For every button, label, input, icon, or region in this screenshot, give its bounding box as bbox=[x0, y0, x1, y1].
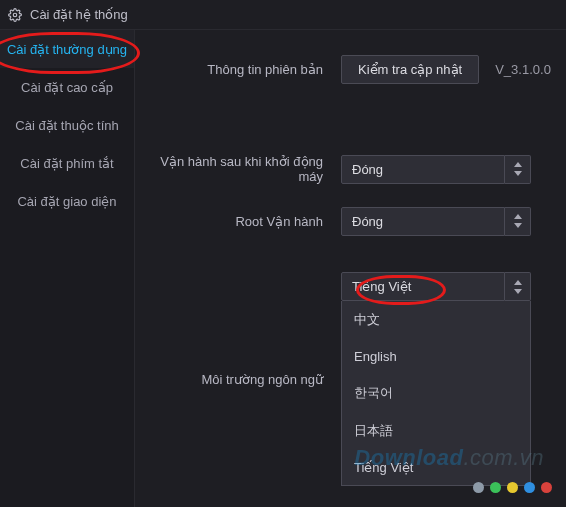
version-row: Thông tin phiên bản Kiểm tra cập nhật V_… bbox=[141, 52, 560, 86]
sidebar-item-label: Cài đặt cao cấp bbox=[21, 80, 113, 95]
root-row: Root Vận hành Đóng bbox=[141, 204, 560, 238]
root-select[interactable]: Đóng bbox=[341, 207, 531, 236]
dot bbox=[473, 482, 484, 493]
sidebar-item-common[interactable]: Cài đặt thường dụng bbox=[0, 30, 134, 68]
startup-select[interactable]: Đóng bbox=[341, 155, 531, 184]
dot bbox=[507, 482, 518, 493]
sidebar-item-advanced[interactable]: Cài đặt cao cấp bbox=[0, 68, 134, 106]
sidebar-item-label: Cài đặt thuộc tính bbox=[15, 118, 118, 133]
sidebar-item-properties[interactable]: Cài đặt thuộc tính bbox=[0, 106, 134, 144]
language-select[interactable]: Tiếng Việt bbox=[341, 272, 531, 301]
language-value: Tiếng Việt bbox=[341, 272, 505, 301]
version-label: Thông tin phiên bản bbox=[141, 62, 341, 77]
dot bbox=[490, 482, 501, 493]
svg-point-0 bbox=[13, 13, 17, 17]
language-option[interactable]: 한국어 bbox=[342, 374, 530, 412]
dot bbox=[541, 482, 552, 493]
check-update-button[interactable]: Kiểm tra cập nhật bbox=[341, 55, 479, 84]
startup-value: Đóng bbox=[341, 155, 505, 184]
sidebar-item-label: Cài đặt phím tắt bbox=[20, 156, 113, 171]
root-value: Đóng bbox=[341, 207, 505, 236]
startup-label: Vận hành sau khi khởi động máy bbox=[141, 154, 341, 184]
chevron-updown-icon[interactable] bbox=[505, 207, 531, 236]
watermark: Download.com.vn bbox=[354, 445, 544, 471]
sidebar-item-shortcuts[interactable]: Cài đặt phím tắt bbox=[0, 144, 134, 182]
sidebar-item-label: Cài đặt giao diện bbox=[17, 194, 116, 209]
startup-row: Vận hành sau khi khởi động máy Đóng bbox=[141, 152, 560, 186]
watermark-text: .com.vn bbox=[463, 445, 544, 470]
watermark-text: Download bbox=[354, 445, 463, 470]
sidebar-item-label: Cài đặt thường dụng bbox=[7, 42, 127, 57]
language-option[interactable]: 中文 bbox=[342, 301, 530, 339]
color-dots bbox=[473, 482, 552, 493]
sidebar: Cài đặt thường dụng Cài đặt cao cấp Cài … bbox=[0, 30, 135, 507]
root-label: Root Vận hành bbox=[141, 214, 341, 229]
language-option[interactable]: English bbox=[342, 339, 530, 374]
sidebar-item-interface[interactable]: Cài đặt giao diện bbox=[0, 182, 134, 220]
dot bbox=[524, 482, 535, 493]
chevron-updown-icon[interactable] bbox=[505, 272, 531, 301]
chevron-updown-icon[interactable] bbox=[505, 155, 531, 184]
language-label: Môi trường ngôn ngữ bbox=[141, 372, 341, 387]
gear-icon bbox=[8, 8, 22, 22]
version-value: V_3.1.0.0 bbox=[495, 62, 551, 77]
window-title: Cài đặt hệ thống bbox=[30, 7, 128, 22]
titlebar: Cài đặt hệ thống bbox=[0, 0, 566, 30]
content: Thông tin phiên bản Kiểm tra cập nhật V_… bbox=[135, 30, 566, 507]
